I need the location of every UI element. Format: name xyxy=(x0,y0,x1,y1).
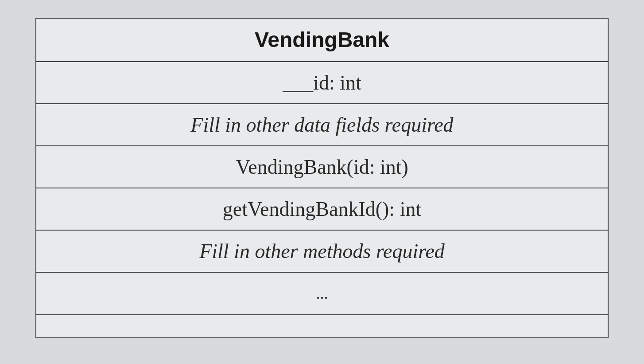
class-name-row: VendingBank xyxy=(36,19,608,62)
constructor-row: VendingBank(id: int) xyxy=(36,146,608,188)
method-placeholder-row: Fill in other methods required xyxy=(36,231,608,273)
attribute-placeholder-row: Fill in other data fields required xyxy=(36,104,608,146)
method-row: getVendingBankId(): int xyxy=(36,188,608,231)
empty-row xyxy=(36,315,608,337)
ellipsis-row: ... xyxy=(36,273,608,315)
attribute-row: ___id: int xyxy=(36,62,608,104)
uml-class-diagram: VendingBank ___id: int Fill in other dat… xyxy=(35,18,609,338)
